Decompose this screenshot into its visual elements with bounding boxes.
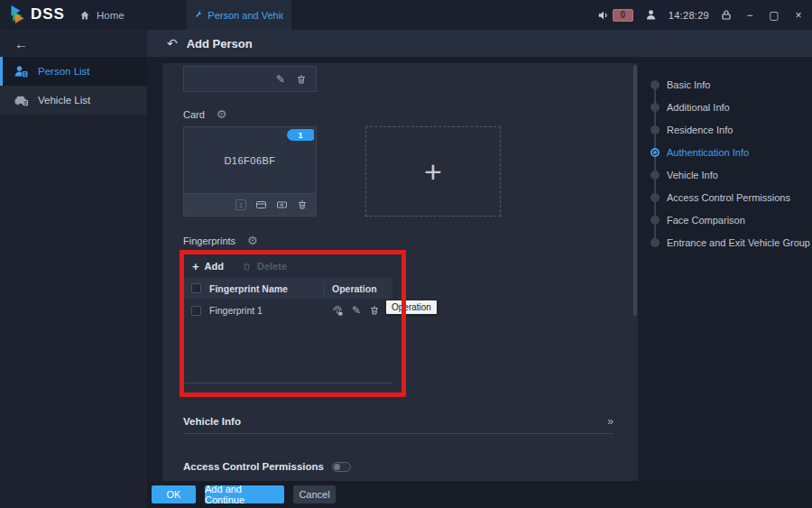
vehicle-info-title: Vehicle Info [183,416,241,427]
card-section-label: Card [183,109,205,120]
page-header: ↶ Add Person [147,30,812,57]
dss-logo-icon [9,5,27,24]
delete-fingerprint-label: Delete [257,261,287,272]
step-access-control-permissions[interactable]: Access Control Permissions [642,186,809,208]
column-divider [324,282,325,295]
alarm-center-button[interactable]: 0 [597,9,633,22]
speaker-icon [597,9,610,22]
edit-icon[interactable]: ✎ [276,74,285,85]
main-card-icon[interactable]: 1 [235,199,246,210]
card-toolbar: 1 [184,193,316,216]
step-vehicle-info[interactable]: Vehicle Info [642,163,809,186]
step-residence-info[interactable]: Residence Info [642,118,809,141]
ic-card-icon[interactable] [255,199,267,210]
step-label: Vehicle Info [667,170,718,180]
maximize-button[interactable]: ▢ [768,9,780,22]
card-settings-icon[interactable]: ⚙ [217,108,227,120]
page-title: Add Person [187,37,253,51]
column-header-name: Fingerprint Name [209,283,324,294]
close-button[interactable]: × [792,9,805,22]
delete-fingerprint-button[interactable]: Delete [242,261,287,272]
minimize-button[interactable]: − [743,9,756,22]
add-card-box[interactable]: + [365,126,501,217]
access-control-section-header: Access Control Permissions [183,461,351,472]
card-number: D16F06BF [224,155,275,166]
add-fingerprint-button[interactable]: + Add [192,260,224,273]
sidebar-item-label: Vehicle List [38,95,90,106]
card-count-badge: 1 [287,129,314,141]
lock-icon[interactable] [721,9,732,21]
add-and-continue-button[interactable]: Add and Continue [205,485,284,503]
column-header-operation: Operation [332,283,377,294]
access-control-title: Access Control Permissions [183,461,324,472]
select-all-checkbox[interactable] [191,283,201,293]
card-body: D16F06BF 1 [184,127,316,193]
tab-person-and-vehicle[interactable]: Person and Vehicle I... [187,0,291,30]
person-list-icon [14,65,29,78]
sidebar-back-button[interactable]: ← [0,30,147,57]
step-label: Face Comparison [667,215,745,226]
topbar-controls: 0 14:28:29 − ▢ × [597,0,805,30]
card-section-header: Card ⚙ [183,108,227,120]
tab-home-label: Home [97,10,125,21]
return-icon[interactable]: ↶ [167,36,178,51]
plus-icon: + [192,260,199,273]
step-label: Basic Info [667,79,710,90]
home-icon [79,10,90,21]
step-face-comparison[interactable]: Face Comparison [642,208,809,231]
back-arrow-icon: ← [14,36,28,51]
step-label: Residence Info [667,125,733,135]
report-loss-icon[interactable] [276,199,288,210]
step-dot [651,80,660,89]
fingerprints-section-header: Fingerprints ⚙ [183,235,258,246]
access-control-toggle[interactable] [332,462,351,472]
vehicle-info-section-header[interactable]: Vehicle Info » [183,415,614,428]
logo-text: DSS [31,5,65,23]
step-basic-info[interactable]: Basic Info [642,73,809,96]
fingerprint-name: Fingerprint 1 [209,305,324,316]
previous-item-card: ✎ [183,66,317,92]
trash-icon [242,262,252,272]
step-additional-info[interactable]: Additional Info [642,96,809,118]
fingerprint-table-header: Fingerprint Name Operation [184,278,392,299]
toggle-knob [334,464,340,470]
content-panel: ✎ Card ⚙ D16F06BF 1 1 [162,63,638,481]
sidebar-item-person-list[interactable]: Person List [0,57,147,86]
delete-icon[interactable] [296,74,307,85]
delete-card-icon[interactable] [297,199,308,210]
wrench-icon [195,10,202,20]
step-dot-active [651,148,660,157]
fingerprints-settings-icon[interactable]: ⚙ [247,235,258,246]
expand-icon[interactable]: » [607,415,614,428]
content-scrollbar[interactable] [633,65,637,316]
card-item: D16F06BF 1 1 [183,126,317,217]
user-icon[interactable] [645,9,657,21]
row-checkbox[interactable] [191,306,201,316]
step-dot [651,238,660,247]
step-label: Access Control Permissions [667,192,790,203]
edit-fingerprint-icon[interactable]: ✎ [352,305,361,316]
dss-logo: DSS [9,5,65,24]
step-authentication-info[interactable]: Authentication Info [642,141,809,163]
step-label: Entrance and Exit Vehicle Group [667,237,810,248]
alarm-count-badge: 0 [613,9,633,22]
sidebar-item-vehicle-list[interactable]: Vehicle List [0,86,147,115]
step-entrance-exit-vehicle-group[interactable]: Entrance and Exit Vehicle Group [642,231,809,254]
cancel-button[interactable]: Cancel [293,485,336,503]
sidebar: ← Person List Vehicle List [0,30,147,508]
tab-home[interactable]: Home [70,0,134,30]
dss-window: DSS Home Person and Vehicle I... 0 [0,0,812,508]
fingerprint-table-row: Fingerprint 1 ✎ [184,299,392,322]
collect-fingerprint-icon[interactable] [331,305,344,317]
step-dot [651,171,660,180]
plus-icon: + [424,156,442,187]
step-label: Authentication Info [667,147,749,158]
fingerprints-section-label: Fingerprints [183,236,235,246]
section-stepper: Basic Info Additional Info Residence Inf… [642,73,809,254]
topbar: DSS Home Person and Vehicle I... 0 [0,0,812,30]
delete-fingerprint-icon[interactable] [369,305,380,316]
section-divider [183,433,614,434]
ok-button[interactable]: OK [152,485,196,503]
fingerprints-area: + Add Delete Fingerprint Name Operation [184,254,392,383]
step-dot [651,125,660,134]
